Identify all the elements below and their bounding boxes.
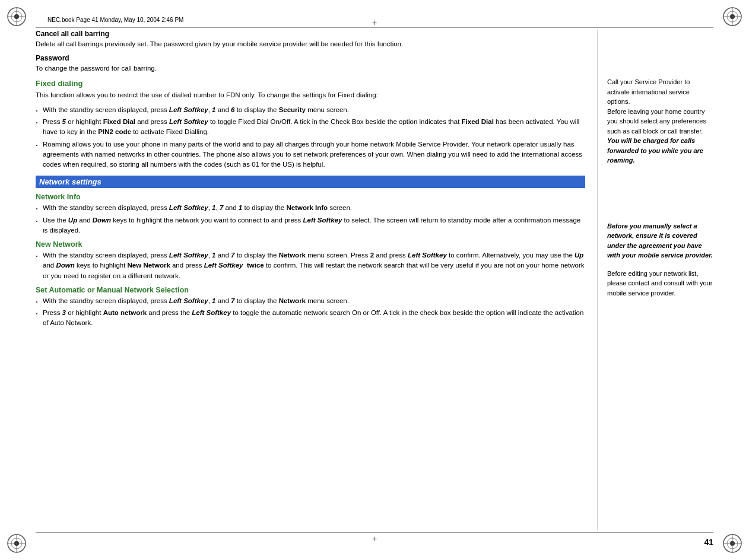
cancel-barring-section: Cancel all call barring Delete all call …	[36, 30, 585, 49]
corner-decoration-tr	[721, 5, 744, 28]
main-content-column: Cancel all call barring Delete all call …	[36, 30, 598, 530]
fixed-bullet-1: With the standby screen displayed, press…	[43, 105, 585, 115]
auto-manual-bullet-2: Press 3 or highlight Auto network and pr…	[43, 308, 585, 329]
corner-decoration-tl	[5, 5, 28, 28]
network-info-list: With the standby screen displayed, press…	[36, 203, 585, 236]
top-divider	[36, 27, 713, 28]
sidebar-note-2-bold: Before you manually select a network, en…	[607, 222, 713, 259]
password-title: Password	[36, 54, 585, 62]
fixed-bullet-2: Press 5 or highlight Fixed Dial and pres…	[43, 117, 585, 138]
auto-manual-title: Set Automatic or Manual Network Selectio…	[36, 286, 585, 294]
fixed-bullet-3: Roaming allows you to use your phone in …	[43, 139, 585, 170]
page-number: 41	[704, 537, 713, 547]
page-content: Cancel all call barring Delete all call …	[36, 30, 713, 530]
sidebar-spacer	[607, 174, 713, 221]
sidebar-note-1-bold: You will be charged for calls forwarded …	[607, 137, 703, 164]
cancel-barring-title: Cancel all call barring	[36, 30, 585, 38]
new-network-section: New Network With the standby screen disp…	[36, 240, 585, 281]
auto-manual-section: Set Automatic or Manual Network Selectio…	[36, 286, 585, 329]
new-network-title: New Network	[36, 240, 585, 249]
new-network-list: With the standby screen displayed, press…	[36, 250, 585, 281]
network-info-bullet-1: With the standby screen displayed, press…	[43, 203, 585, 213]
password-section: Password To change the password for call…	[36, 54, 585, 74]
password-text: To change the password for call barring.	[36, 63, 585, 74]
auto-manual-list: With the standby screen displayed, press…	[36, 296, 585, 329]
network-info-section: Network Info With the standby screen dis…	[36, 193, 585, 236]
network-info-title: Network Info	[36, 193, 585, 201]
network-settings-heading: Network settings	[36, 176, 585, 188]
sidebar-note-2: Before you manually select a network, en…	[607, 221, 713, 260]
network-info-bullet-2: Use the Up and Down keys to highlight th…	[43, 215, 585, 236]
sidebar-notes-column: Call your Service Provider to activate i…	[598, 30, 713, 530]
sidebar-note-1: Call your Service Provider to activate i…	[607, 77, 713, 166]
center-top-cross: +	[372, 18, 377, 27]
fixed-dialing-title: Fixed dialing	[36, 79, 585, 88]
fixed-dialing-list: With the standby screen displayed, press…	[36, 105, 585, 170]
fixed-dialing-intro: This function allows you to restrict the…	[36, 90, 585, 100]
center-bottom-cross: +	[372, 534, 377, 543]
fixed-dialing-section: Fixed dialing This function allows you t…	[36, 79, 585, 170]
header-text: NEC.book Page 41 Monday, May 10, 2004 2:…	[47, 17, 183, 23]
auto-manual-bullet-1: With the standby screen displayed, press…	[43, 296, 585, 306]
sidebar-note-3: Before editing your network list, please…	[607, 269, 713, 298]
bottom-divider	[36, 532, 713, 533]
corner-decoration-bl	[5, 532, 28, 555]
corner-decoration-br	[721, 532, 744, 555]
cancel-barring-text: Delete all call barrings previously set.…	[36, 39, 585, 49]
new-network-bullet-1: With the standby screen displayed, press…	[43, 250, 585, 281]
